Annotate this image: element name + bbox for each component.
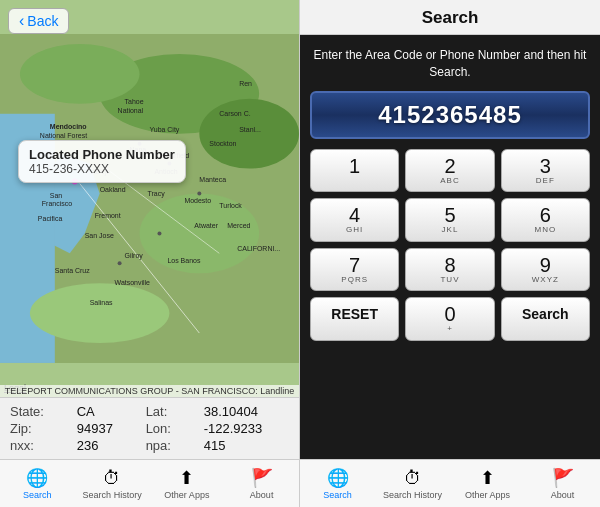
svg-text:National: National xyxy=(118,107,144,114)
reset-button[interactable]: RESET xyxy=(310,297,399,341)
state-label: State: xyxy=(10,404,71,419)
left-tab-about-label: About xyxy=(250,490,274,500)
npa-value: 415 xyxy=(204,438,289,453)
key-3-digit: 3 xyxy=(540,156,551,176)
svg-text:CALIFORNI...: CALIFORNI... xyxy=(237,245,280,252)
globe-icon-right: 🌐 xyxy=(327,467,349,489)
svg-text:Atwater: Atwater xyxy=(194,222,218,229)
flag-icon-right: 🚩 xyxy=(552,467,574,489)
key-3-letters: DEF xyxy=(536,176,555,186)
svg-text:Tracy: Tracy xyxy=(148,190,166,198)
key-8[interactable]: 8 TUV xyxy=(405,248,494,292)
upload-icon: ⬆ xyxy=(179,467,194,489)
chevron-icon: ‹ xyxy=(19,12,24,30)
right-tab-history[interactable]: ⏱ Search History xyxy=(375,468,450,500)
back-button[interactable]: ‹ Back xyxy=(8,8,69,34)
svg-text:Yuba City: Yuba City xyxy=(150,126,180,134)
right-tab-about-label: About xyxy=(551,490,575,500)
svg-text:Fremont: Fremont xyxy=(95,212,121,219)
lat-label: Lat: xyxy=(146,404,198,419)
svg-text:Modesto: Modesto xyxy=(184,197,211,204)
svg-point-8 xyxy=(30,283,170,343)
display-number: 4152365485 xyxy=(310,91,590,139)
key-8-letters: TUV xyxy=(440,275,459,285)
key-1-digit: 1 xyxy=(349,156,360,176)
instruction-text: Enter the Area Code or Phone Number and … xyxy=(310,47,590,81)
key-3[interactable]: 3 DEF xyxy=(501,149,590,193)
right-tab-bar: 🌐 Search ⏱ Search History ⬆ Other Apps 🚩… xyxy=(300,459,600,507)
key-0-digit: 0 xyxy=(444,304,455,324)
key-4[interactable]: 4 GHI xyxy=(310,198,399,242)
zip-label: Zip: xyxy=(10,421,71,436)
key-1[interactable]: 1 xyxy=(310,149,399,193)
svg-text:San Jose: San Jose xyxy=(85,232,114,239)
upload-icon-right: ⬆ xyxy=(480,467,495,489)
svg-text:Gilroy: Gilroy xyxy=(125,252,144,260)
lon-label: Lon: xyxy=(146,421,198,436)
search-button[interactable]: Search xyxy=(501,297,590,341)
key-0-letters: + xyxy=(447,324,453,334)
key-1-letters xyxy=(353,176,356,186)
svg-text:Tahoe: Tahoe xyxy=(125,98,144,105)
svg-text:Santa Cruz: Santa Cruz xyxy=(55,267,90,274)
key-5[interactable]: 5 JKL xyxy=(405,198,494,242)
svg-text:Stanl...: Stanl... xyxy=(239,126,261,133)
key-7[interactable]: 7 PQRS xyxy=(310,248,399,292)
right-tab-otherapps[interactable]: ⬆ Other Apps xyxy=(450,467,525,500)
key-0[interactable]: 0 + xyxy=(405,297,494,341)
right-tab-history-label: Search History xyxy=(383,490,442,500)
nxx-value: 236 xyxy=(77,438,140,453)
svg-text:Carson C.: Carson C. xyxy=(219,110,250,117)
left-tab-history[interactable]: ⏱ Search History xyxy=(75,468,150,500)
right-title: Search xyxy=(300,8,600,28)
left-tab-search-label: Search xyxy=(23,490,52,500)
zip-value: 94937 xyxy=(77,421,140,436)
key-9-letters: WXYZ xyxy=(532,275,559,285)
svg-text:Mendocino: Mendocino xyxy=(50,123,87,130)
map-container: Mendocino National Forest Tahoe National… xyxy=(0,0,299,397)
right-body: Enter the Area Code or Phone Number and … xyxy=(300,35,600,459)
left-tab-bar: 🌐 Search ⏱ Search History ⬆ Other Apps 🚩… xyxy=(0,459,299,507)
svg-text:Los Banos: Los Banos xyxy=(167,257,200,264)
svg-text:Oakland: Oakland xyxy=(100,186,126,193)
callout-title: Located Phone Number xyxy=(29,147,175,162)
phone-callout: Located Phone Number 415-236-XXXX xyxy=(18,140,186,183)
key-9[interactable]: 9 WXYZ xyxy=(501,248,590,292)
svg-text:Ren: Ren xyxy=(239,80,252,87)
history-icon: ⏱ xyxy=(103,468,121,489)
svg-point-14 xyxy=(197,192,201,196)
info-grid: State: CA Lat: 38.10404 Zip: 94937 Lon: … xyxy=(0,397,299,459)
svg-text:Francisco: Francisco xyxy=(42,200,72,207)
svg-text:National Forest: National Forest xyxy=(40,132,87,139)
left-tab-about[interactable]: 🚩 About xyxy=(224,467,299,500)
right-panel: Search Enter the Area Code or Phone Numb… xyxy=(300,0,600,507)
left-tab-otherapps[interactable]: ⬆ Other Apps xyxy=(150,467,225,500)
keypad: 1 2 ABC 3 DEF 4 GHI 5 JKL 6 MNO xyxy=(310,149,590,292)
nxx-label: nxx: xyxy=(10,438,71,453)
provider-text: TELEPORT COMMUNICATIONS GROUP - SAN FRAN… xyxy=(0,385,299,397)
back-label: Back xyxy=(27,13,58,29)
svg-text:San: San xyxy=(50,193,63,200)
lon-value: -122.9233 xyxy=(204,421,289,436)
key-2[interactable]: 2 ABC xyxy=(405,149,494,193)
bottom-row: RESET 0 + Search xyxy=(310,297,590,341)
svg-text:Manteca: Manteca xyxy=(199,176,226,183)
key-6[interactable]: 6 MNO xyxy=(501,198,590,242)
left-tab-otherapps-label: Other Apps xyxy=(164,490,209,500)
right-tab-search[interactable]: 🌐 Search xyxy=(300,467,375,500)
state-value: CA xyxy=(77,404,140,419)
history-icon-right: ⏱ xyxy=(404,468,422,489)
right-header: Search xyxy=(300,0,600,35)
lat-value: 38.10404 xyxy=(204,404,289,419)
left-panel: Mendocino National Forest Tahoe National… xyxy=(0,0,300,507)
svg-text:Watsonville: Watsonville xyxy=(115,279,150,286)
right-tab-about[interactable]: 🚩 About xyxy=(525,467,600,500)
key-4-digit: 4 xyxy=(349,205,360,225)
left-tab-search[interactable]: 🌐 Search xyxy=(0,467,75,500)
svg-text:Salinas: Salinas xyxy=(90,299,113,306)
key-5-letters: JKL xyxy=(442,225,459,235)
key-6-digit: 6 xyxy=(540,205,551,225)
flag-icon: 🚩 xyxy=(251,467,273,489)
key-2-letters: ABC xyxy=(440,176,459,186)
right-tab-search-label: Search xyxy=(323,490,352,500)
